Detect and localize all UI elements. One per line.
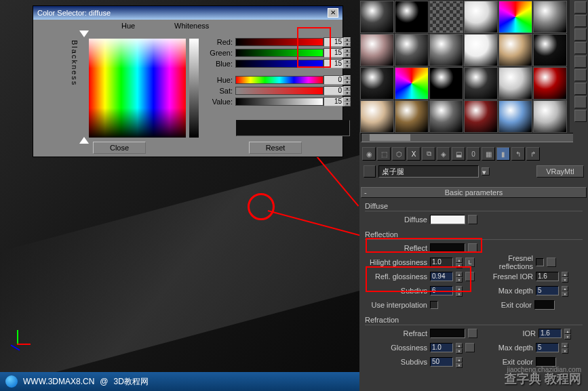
material-slot[interactable] [429,67,463,100]
value-strip[interactable] [189,39,199,138]
diffuse-map-button[interactable] [468,215,477,224]
dropdown-arrow-icon[interactable]: ▾ [482,167,490,176]
material-slot[interactable] [533,100,567,133]
fresnel-checkbox[interactable] [536,258,544,266]
hue-input[interactable]: 0 [324,75,344,85]
material-slot[interactable] [533,34,567,66]
material-slot[interactable] [360,34,394,66]
show-result-icon[interactable]: ▮ [496,147,510,161]
show-map-icon[interactable]: ▦ [482,147,495,161]
dialog-titlebar[interactable]: Color Selector: diffuse ✕ [33,6,342,20]
material-slot[interactable] [429,34,463,66]
material-slot[interactable] [533,67,567,100]
hue-picker[interactable] [89,39,186,138]
material-slot[interactable] [429,1,463,33]
material-slot[interactable] [429,100,463,133]
reset-button[interactable]: Reset [249,142,302,154]
use-interp-checkbox[interactable] [430,301,438,309]
material-slot[interactable] [498,67,532,100]
go-forward-icon[interactable]: ↱ [526,147,540,161]
sample-tool-button[interactable] [574,42,587,54]
sample-tool-button[interactable] [574,96,587,108]
sample-tool-button[interactable] [574,69,587,81]
exit-color-swatch[interactable] [534,300,555,310]
sample-tool-button[interactable] [574,28,587,41]
material-slot[interactable] [498,34,532,66]
fresnel-ior-spinner[interactable]: ▲▼ [562,272,568,281]
value-input[interactable]: 15 [324,97,344,106]
make-copy-icon[interactable]: ⧉ [422,147,435,161]
hue-slider[interactable] [235,76,324,84]
hue-arrow-bottom-icon[interactable] [79,137,89,144]
material-slot[interactable] [395,100,429,133]
ior-input[interactable]: 1.6 [538,329,562,338]
subdivs2-input[interactable]: 50 [430,357,453,367]
l-lock-button-2[interactable] [547,258,556,267]
rollout-header[interactable]: - Basic parameters [361,187,587,198]
go-parent-icon[interactable]: ↰ [511,147,525,161]
sample-scrollbar[interactable] [361,133,574,142]
material-slot[interactable] [395,1,429,33]
put-library-icon[interactable]: ⬓ [452,147,465,161]
put-to-scene-icon[interactable]: ⬚ [377,147,391,161]
l-lock-button[interactable]: L [465,258,475,267]
diffuse-section-label: Diffuse [365,202,583,211]
ior-spinner[interactable]: ▲▼ [564,329,571,338]
get-material-icon[interactable]: ◉ [362,147,376,161]
sample-tool-button[interactable] [574,83,587,95]
sample-tool-button[interactable] [574,56,587,68]
sat-spinner[interactable]: ▲▼ [344,86,351,96]
close-icon[interactable]: ✕ [328,8,338,18]
sat-label: Sat: [201,87,235,95]
material-name-input[interactable] [378,165,479,178]
blue-label: Blue: [201,60,235,68]
max-depth2-spinner[interactable]: ▲▼ [562,343,568,352]
material-slot[interactable] [395,34,429,66]
material-slot[interactable] [498,1,532,33]
material-slot[interactable] [464,100,498,133]
material-slot[interactable] [533,1,567,33]
sat-input[interactable]: 0 [324,86,344,96]
sat-slider[interactable] [235,87,324,95]
max-depth-input[interactable]: 5 [536,286,559,295]
max-depth-spinner[interactable]: ▲▼ [562,286,568,295]
close-button[interactable]: Close [93,142,146,154]
diffuse-swatch[interactable] [430,215,465,224]
refract-map-button[interactable] [468,329,477,338]
blue-spinner[interactable]: ▲▼ [344,59,351,68]
glossiness-map-button[interactable] [465,343,475,352]
make-unique-icon[interactable]: ◈ [437,147,450,161]
hilight-gloss-spinner[interactable]: ▲▼ [456,258,463,267]
pick-material-icon[interactable] [364,165,376,178]
subdivs2-spinner[interactable]: ▲▼ [456,357,463,367]
material-slot[interactable] [395,67,429,100]
material-slot[interactable] [360,1,394,33]
material-slot[interactable] [360,67,394,100]
hue-arrow-icon[interactable] [79,30,89,37]
material-slot[interactable] [360,100,394,133]
exit-color2-swatch[interactable] [536,357,556,367]
refract-swatch[interactable] [430,329,465,338]
material-editor-panel: ◉ ⬚ ⬡ X ⧉ ◈ ⬓ 0 ▦ ▮ ↰ ↱ ▾ VRayMtl - Basi… [359,0,588,391]
hilight-gloss-input[interactable]: 1.0 [430,258,453,267]
assign-icon[interactable]: ⬡ [392,147,406,161]
material-slot[interactable] [464,67,498,100]
fresnel-ior-input[interactable]: 1.6 [536,272,559,281]
red-spinner[interactable]: ▲▼ [344,37,351,47]
sample-tool-button[interactable] [574,110,587,122]
glossiness-input[interactable]: 1.0 [430,343,453,352]
hue-spinner[interactable]: ▲▼ [344,75,351,85]
sample-tool-button[interactable] [574,1,587,14]
max-depth2-input[interactable]: 5 [536,343,559,352]
material-type-button[interactable]: VRayMtl [536,165,584,178]
material-slot[interactable] [464,34,498,66]
material-id-icon[interactable]: 0 [467,147,480,161]
material-slot[interactable] [498,100,532,133]
reset-map-icon[interactable]: X [407,147,420,161]
value-slider[interactable] [235,98,324,106]
value-spinner[interactable]: ▲▼ [344,97,351,106]
sample-tool-button[interactable] [574,15,587,27]
green-spinner[interactable]: ▲▼ [344,48,351,58]
material-slot[interactable] [464,1,498,33]
glossiness-spinner[interactable]: ▲▼ [456,343,463,352]
